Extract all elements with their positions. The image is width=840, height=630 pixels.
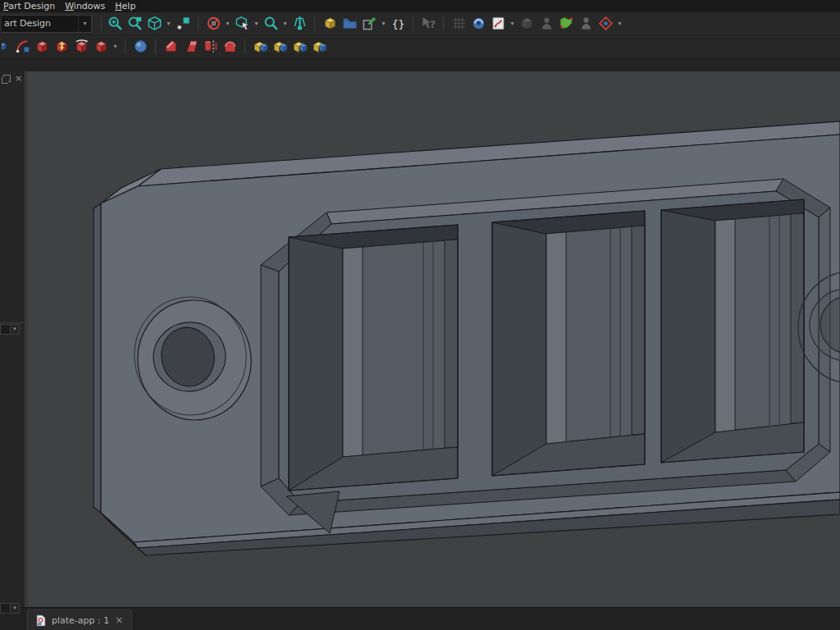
nav-cluster-icon[interactable] — [596, 15, 614, 33]
rotation-mode-icon[interactable] — [204, 15, 222, 33]
grid-icon[interactable] — [450, 15, 468, 33]
3d-viewport[interactable] — [28, 71, 840, 607]
fillet-icon[interactable] — [131, 38, 149, 56]
isometric-view-icon[interactable] — [145, 15, 163, 33]
chevron-down-icon[interactable]: ▾ — [509, 15, 516, 33]
texture-map-icon[interactable] — [557, 15, 575, 33]
create-sketch-icon — [15, 39, 30, 54]
workbench-selector[interactable]: art Design ▾ — [2, 15, 92, 33]
menu-item-part-design[interactable]: Part Design — [0, 0, 62, 12]
new-part-icon[interactable] — [321, 15, 339, 33]
pocket-corner-highlight[interactable] — [715, 219, 735, 432]
zoom-selection-icon[interactable] — [126, 15, 144, 33]
chevron-down-icon[interactable]: ▾ — [10, 325, 19, 334]
additive-primitive-icon — [94, 39, 109, 54]
zoom-tools-icon[interactable] — [262, 15, 280, 33]
toolbar-separator — [413, 16, 413, 31]
pocket-left-wall[interactable] — [661, 210, 715, 463]
ghost-user-icon[interactable] — [577, 15, 595, 33]
pattern-icon[interactable] — [221, 38, 239, 56]
export-icon[interactable] — [360, 15, 378, 33]
chamfer-icon[interactable] — [162, 38, 180, 56]
pocket-corner-highlight[interactable] — [546, 232, 566, 444]
open-folder-icon[interactable] — [340, 15, 358, 33]
pocket-2[interactable] — [492, 211, 645, 476]
chevron-down-icon[interactable]: ▾ — [224, 15, 231, 33]
active-body-icon — [2, 39, 11, 54]
edit-sketch-icon[interactable] — [489, 15, 507, 33]
zoom-selection-icon — [127, 16, 143, 31]
menu-item-help[interactable]: Help — [112, 0, 142, 12]
pocket-left-wall[interactable] — [289, 237, 343, 491]
document-icon — [36, 614, 46, 627]
boss-left-face[interactable] — [261, 265, 279, 486]
partdesign-toolbar: ▾ — [0, 35, 840, 58]
draft-icon[interactable] — [181, 38, 199, 56]
fillet-icon — [133, 39, 148, 54]
menu-item-windows[interactable]: Windows — [62, 0, 112, 12]
additive-primitive-icon[interactable] — [92, 38, 110, 56]
toolbar-separator — [155, 39, 156, 54]
pocket-3[interactable] — [661, 199, 804, 463]
chevron-down-icon[interactable]: ▾ — [165, 15, 172, 33]
pocket-right-wall[interactable] — [791, 213, 804, 423]
chevron-down-icon[interactable]: ▾ — [253, 15, 260, 33]
chevron-down-icon[interactable]: ▾ — [616, 15, 623, 33]
zoom-fit-all-icon[interactable] — [106, 15, 124, 33]
boolean-intersect-icon[interactable] — [290, 38, 308, 56]
macro-icon[interactable]: {} — [389, 15, 407, 33]
chevron-down-icon[interactable]: ▾ — [380, 15, 387, 33]
user-icon[interactable] — [537, 15, 555, 33]
toolbar-separator — [443, 16, 444, 31]
svg-text:{}: {} — [391, 17, 404, 30]
revolution-icon[interactable] — [72, 38, 90, 56]
zoom-fit-all-icon — [107, 16, 123, 31]
chevron-down-icon[interactable]: ▾ — [78, 16, 91, 32]
view-position-icon[interactable] — [174, 15, 192, 33]
plate-left-face[interactable] — [94, 203, 101, 513]
zoom-tools-icon — [263, 16, 279, 31]
select-cube-icon — [235, 16, 250, 31]
boolean-cut-icon — [272, 39, 288, 54]
document-tab[interactable]: plate-app : 1 × — [27, 609, 132, 630]
ghost-user-icon — [578, 16, 594, 31]
pocket-1[interactable] — [289, 225, 458, 491]
menubar: Part DesignWindowsHelp — [0, 0, 840, 12]
pad-icon[interactable] — [33, 38, 51, 56]
boolean-cut-icon[interactable] — [271, 38, 289, 56]
boolean-xor-icon — [312, 39, 327, 54]
toolbar-separator — [125, 39, 126, 54]
toolbar-separator — [314, 16, 315, 31]
whats-this-icon[interactable]: ? — [419, 15, 437, 33]
document-box-icon[interactable] — [518, 15, 536, 33]
dock-panel-divider — [0, 322, 25, 323]
task-combo[interactable]: ▾ — [0, 603, 20, 614]
select-cube-icon[interactable] — [233, 15, 251, 33]
measure-icon[interactable] — [290, 15, 308, 33]
active-body-icon[interactable] — [2, 38, 11, 56]
svg-text:?: ? — [430, 19, 436, 30]
boolean-xor-icon[interactable] — [310, 38, 328, 56]
whats-this-icon: ? — [421, 16, 436, 31]
rotation-mode-icon — [206, 16, 221, 31]
close-icon[interactable]: × — [15, 75, 22, 82]
boolean-union-icon[interactable] — [251, 38, 269, 56]
mirrored-icon[interactable] — [201, 38, 219, 56]
chevron-down-icon[interactable]: ▾ — [10, 604, 19, 613]
create-sketch-icon[interactable] — [13, 38, 31, 56]
3d-scene[interactable] — [28, 71, 840, 607]
dependency-graph-icon[interactable] — [469, 15, 487, 33]
pocket-left-wall[interactable] — [492, 222, 546, 476]
pocket-right-wall[interactable] — [632, 226, 645, 435]
close-icon[interactable]: × — [115, 615, 123, 625]
pocket-icon[interactable] — [52, 38, 71, 56]
tree-filter-combo[interactable]: ▾ — [0, 324, 20, 335]
pocket-icon — [54, 39, 70, 54]
mirrored-icon — [203, 39, 218, 54]
pattern-icon — [222, 39, 238, 54]
chevron-down-icon[interactable]: ▾ — [281, 15, 289, 33]
pocket-corner-highlight[interactable] — [343, 247, 363, 457]
chevron-down-icon[interactable]: ▾ — [112, 38, 119, 56]
pocket-right-wall[interactable] — [445, 240, 458, 448]
float-panel-icon[interactable] — [3, 75, 11, 82]
